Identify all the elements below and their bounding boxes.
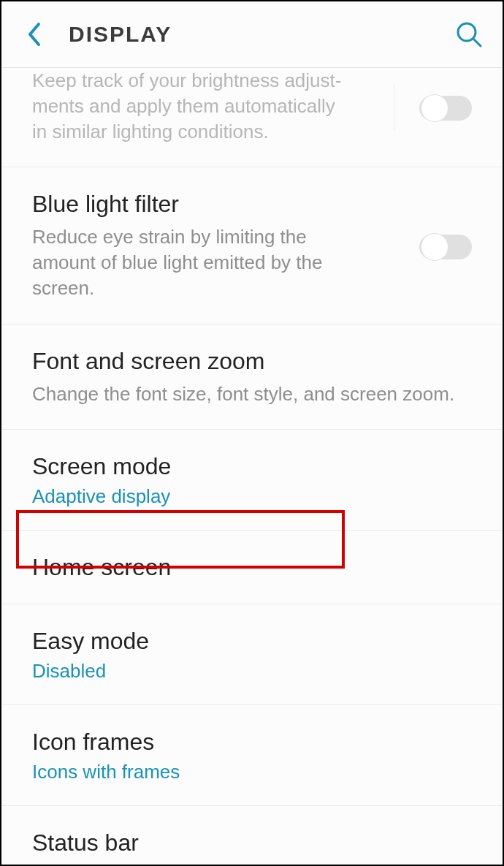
easy-mode-value: Disabled xyxy=(32,660,472,683)
row-blue-light-filter[interactable]: Blue light filter Reduce eye strain by l… xyxy=(1,167,503,324)
search-button[interactable] xyxy=(453,18,485,50)
auto-brightness-desc: Keep track of your brightness adjust- me… xyxy=(32,68,346,145)
icon-frames-title: Icon frames xyxy=(32,727,472,756)
screen-mode-title: Screen mode xyxy=(32,452,472,481)
home-screen-title: Home screen xyxy=(32,552,472,582)
chevron-left-icon xyxy=(26,21,42,48)
row-status-bar[interactable]: Status bar xyxy=(1,806,503,865)
svg-line-1 xyxy=(473,39,481,46)
header-bar: DISPLAY xyxy=(1,1,503,67)
status-bar-title: Status bar xyxy=(32,828,472,857)
easy-mode-title: Easy mode xyxy=(32,626,472,656)
row-font-zoom[interactable]: Font and screen zoom Change the font siz… xyxy=(1,324,503,430)
page-title: DISPLAY xyxy=(69,22,172,47)
row-auto-brightness[interactable]: Keep track of your brightness adjust- me… xyxy=(1,68,503,167)
blue-light-title: Blue light filter xyxy=(32,189,346,219)
screen-mode-value: Adaptive display xyxy=(32,485,472,508)
font-zoom-title: Font and screen zoom xyxy=(32,346,472,376)
row-easy-mode[interactable]: Easy mode Disabled xyxy=(1,604,503,705)
toggle-blue-light[interactable] xyxy=(419,235,472,259)
toggle-auto-brightness[interactable] xyxy=(419,96,472,121)
blue-light-desc: Reduce eye strain by limiting the amount… xyxy=(32,224,346,301)
font-zoom-desc: Change the font size, font style, and sc… xyxy=(32,381,470,407)
row-screen-mode[interactable]: Screen mode Adaptive display xyxy=(1,430,503,531)
settings-list: Keep track of your brightness adjust- me… xyxy=(1,68,503,865)
row-home-screen[interactable]: Home screen xyxy=(1,531,503,604)
search-icon xyxy=(454,20,484,49)
icon-frames-value: Icons with frames xyxy=(32,761,472,783)
row-icon-frames[interactable]: Icon frames Icons with frames xyxy=(1,705,503,806)
divider-vertical xyxy=(394,83,394,130)
back-button[interactable] xyxy=(19,20,48,49)
